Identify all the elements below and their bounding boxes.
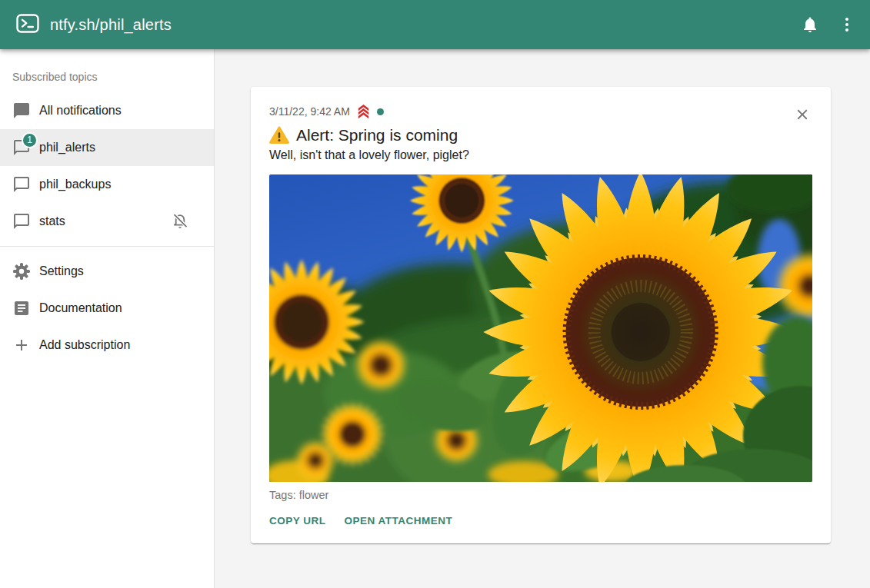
priority-max-icon	[355, 104, 372, 119]
topic-list: All notifications 1 phil_alerts	[0, 92, 214, 240]
bell-icon	[801, 15, 819, 34]
app-bar: ntfy.sh/phil_alerts	[0, 0, 870, 49]
sidebar-item-label: phil_alerts	[39, 141, 95, 154]
notification-card: 3/11/22, 9:42 AM	[251, 87, 831, 543]
gear-icon	[12, 262, 31, 281]
sidebar-menu: Settings Documentation	[0, 253, 214, 364]
three-dots-icon	[838, 15, 856, 34]
chat-bubble-filled-icon	[12, 101, 31, 120]
article-icon	[12, 299, 31, 317]
copy-url-button[interactable]: COPY URL	[269, 515, 326, 527]
attachment-image[interactable]	[269, 174, 812, 482]
notification-body: Well, isn't that a lovely flower, piglet…	[269, 148, 812, 162]
unread-dot-icon	[377, 108, 384, 115]
chat-bubble-outline-icon	[12, 175, 31, 194]
sidebar-item-label: All notifications	[39, 104, 122, 118]
sidebar: Subscribed topics All notifications	[0, 49, 215, 588]
unread-count-badge: 1	[22, 132, 38, 148]
overflow-menu-button[interactable]	[828, 6, 865, 43]
close-notification-button[interactable]	[792, 105, 812, 125]
notifications-muted-icon	[171, 212, 189, 231]
notification-meta: 3/11/22, 9:42 AM	[269, 104, 812, 119]
sidebar-section-label: Subscribed topics	[0, 58, 214, 92]
app-title: ntfy.sh/phil_alerts	[50, 16, 172, 34]
chat-bubble-outline-icon: 1	[12, 138, 31, 157]
notification-timestamp: 3/11/22, 9:42 AM	[269, 105, 350, 118]
notification-title-row: Alert: Spring is coming	[269, 126, 812, 145]
notification-actions: COPY URL OPEN ATTACHMENT	[269, 515, 812, 527]
sidebar-item-stats[interactable]: stats	[0, 203, 214, 240]
close-icon	[794, 106, 811, 123]
sidebar-item-label: phil_backups	[39, 178, 111, 191]
sidebar-item-add-subscription[interactable]: Add subscription	[0, 327, 214, 364]
notification-tags: Tags: flower	[269, 489, 812, 501]
sidebar-divider	[0, 246, 214, 247]
chat-bubble-outline-icon	[12, 212, 31, 231]
ntfy-logo-icon	[16, 14, 39, 36]
sidebar-item-label: Documentation	[39, 301, 122, 315]
sidebar-item-all-notifications[interactable]: All notifications	[0, 92, 214, 129]
sidebar-item-phil-alerts[interactable]: 1 phil_alerts	[0, 129, 214, 166]
warning-emoji-icon	[269, 126, 289, 145]
sidebar-item-phil-backups[interactable]: phil_backups	[0, 166, 214, 203]
sidebar-item-label: Add subscription	[39, 338, 130, 352]
notification-title: Alert: Spring is coming	[296, 126, 458, 145]
notifications-bell-button[interactable]	[792, 6, 828, 43]
ntfy-app: ntfy.sh/phil_alerts Subscribed topics	[0, 0, 870, 588]
sidebar-item-settings[interactable]: Settings	[0, 253, 214, 290]
main-content: 3/11/22, 9:42 AM	[215, 49, 870, 588]
sidebar-item-documentation[interactable]: Documentation	[0, 290, 214, 327]
plus-icon	[12, 336, 31, 354]
sidebar-item-label: stats	[39, 214, 65, 228]
sunflower-photo	[269, 174, 812, 482]
open-attachment-button[interactable]: OPEN ATTACHMENT	[345, 515, 453, 527]
sidebar-item-label: Settings	[39, 264, 84, 278]
